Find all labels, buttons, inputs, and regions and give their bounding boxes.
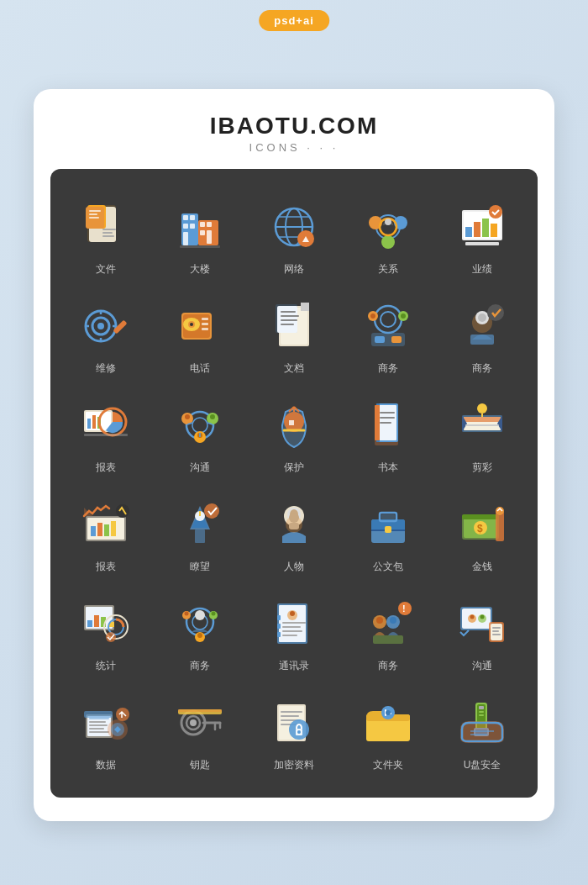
svg-rect-198 <box>89 721 106 723</box>
svg-point-123 <box>116 504 129 518</box>
icon-cell-contacts[interactable]: 通讯录 <box>247 582 341 682</box>
icon-cell-ribbon[interactable]: 剪彩 <box>435 384 529 483</box>
icon-cell-person[interactable]: 人物 <box>247 483 341 582</box>
icon-cell-lookout[interactable]: 瞭望 <box>153 483 247 582</box>
icon-label-data: 数据 <box>96 758 116 772</box>
icon-cell-business4[interactable]: ! 商务 <box>341 582 435 682</box>
svg-rect-231 <box>479 706 484 709</box>
svg-rect-66 <box>301 303 309 311</box>
icon-label-protection: 保护 <box>284 461 304 475</box>
svg-point-54 <box>190 323 193 326</box>
svg-rect-75 <box>391 336 402 343</box>
icon-cell-network[interactable]: 网络 <box>247 186 341 285</box>
svg-point-156 <box>106 632 116 642</box>
icon-cell-phone[interactable]: 电话 <box>153 285 247 384</box>
svg-point-180 <box>390 617 396 624</box>
svg-point-205 <box>116 708 129 721</box>
icon-cell-business3[interactable]: 商务 <box>153 582 247 682</box>
svg-rect-151 <box>94 615 99 627</box>
icon-cell-performance[interactable]: 业绩 <box>435 186 529 285</box>
icon-label-repair: 维修 <box>96 361 116 376</box>
icon-label-business1: 商务 <box>378 361 398 376</box>
svg-point-31 <box>381 235 395 249</box>
svg-rect-134 <box>289 523 299 529</box>
icon-label-book: 书本 <box>378 461 398 475</box>
icon-cell-stats[interactable]: 统计 <box>59 582 153 682</box>
icon-label-stats: 统计 <box>96 659 116 673</box>
svg-point-189 <box>480 615 485 619</box>
icon-cell-book[interactable]: 书本 <box>341 384 435 483</box>
svg-point-165 <box>197 633 202 638</box>
icon-cell-key[interactable]: 钥匙 <box>153 682 247 781</box>
icon-cell-money[interactable]: $ 金钱 <box>435 483 529 582</box>
stats-icon <box>76 594 135 653</box>
svg-text:!: ! <box>402 603 406 614</box>
icon-cell-communication[interactable]: 沟通 <box>153 384 247 483</box>
svg-rect-168 <box>277 615 281 620</box>
svg-point-40 <box>489 205 502 219</box>
icon-cell-briefcase[interactable]: 公文包 <box>341 483 435 582</box>
icons-grid: 文件 大楼 网络 <box>59 186 529 781</box>
svg-rect-65 <box>281 324 294 325</box>
icon-cell-communication2[interactable]: 沟通 <box>435 582 529 682</box>
icon-cell-report2[interactable]: 报表 <box>59 483 153 582</box>
icon-cell-business1[interactable]: 商务 <box>341 285 435 384</box>
icon-label-business3: 商务 <box>190 659 210 673</box>
icon-label-person: 人物 <box>284 560 304 574</box>
data-icon <box>76 693 135 752</box>
svg-rect-197 <box>89 718 109 719</box>
svg-rect-232 <box>479 711 484 713</box>
performance-icon <box>453 198 512 256</box>
svg-rect-113 <box>465 424 499 426</box>
icon-cell-document[interactable]: 文档 <box>247 285 341 384</box>
icon-cell-usb[interactable]: U盘安全 <box>435 682 529 781</box>
svg-rect-87 <box>84 434 128 436</box>
svg-point-114 <box>477 403 487 414</box>
svg-point-70 <box>370 313 375 319</box>
icon-cell-business2[interactable]: 商务 <box>435 285 529 384</box>
icon-label-money: 金钱 <box>472 560 492 574</box>
briefcase-icon <box>359 495 417 554</box>
usb-icon <box>453 693 512 752</box>
icon-cell-file[interactable]: 文件 <box>59 186 153 285</box>
document-icon <box>265 297 323 356</box>
svg-rect-17 <box>200 222 205 227</box>
icon-label-communication: 沟通 <box>190 461 210 475</box>
svg-point-163 <box>212 612 216 616</box>
svg-rect-64 <box>281 319 297 321</box>
svg-rect-36 <box>465 227 472 237</box>
svg-rect-169 <box>277 624 281 629</box>
ribbon-icon <box>453 396 512 455</box>
svg-rect-216 <box>281 711 302 713</box>
icon-cell-report1[interactable]: 报表 <box>59 384 153 483</box>
svg-rect-39 <box>491 224 497 237</box>
svg-rect-176 <box>282 635 297 636</box>
icon-cell-repair[interactable]: 维修 <box>59 285 153 384</box>
icon-cell-relation[interactable]: 关系 <box>341 186 435 285</box>
icon-label-phone: 电话 <box>190 361 210 376</box>
svg-rect-202 <box>84 711 113 718</box>
icon-label-ribbon: 剪彩 <box>472 461 492 475</box>
svg-rect-6 <box>89 217 99 219</box>
icon-cell-data[interactable]: 数据 <box>59 682 153 781</box>
svg-point-93 <box>210 414 215 419</box>
icon-cell-protection[interactable]: 保护 <box>247 384 341 483</box>
svg-point-208 <box>190 719 197 726</box>
icon-cell-folder[interactable]: 文件夹 <box>341 682 435 781</box>
svg-rect-175 <box>282 630 302 632</box>
svg-rect-56 <box>202 323 208 325</box>
svg-point-78 <box>478 313 486 322</box>
icon-label-report2: 报表 <box>96 560 116 574</box>
svg-rect-103 <box>380 412 395 414</box>
card-header: IBAOTU.COM ICONS · · · <box>50 113 538 154</box>
icon-label-building: 大楼 <box>190 262 210 277</box>
icon-label-folder: 文件夹 <box>373 758 403 772</box>
person-icon <box>265 495 323 554</box>
report1-icon <box>76 396 135 455</box>
format-badge: psd+ai <box>259 10 329 31</box>
icon-label-document: 文档 <box>284 361 304 376</box>
subtitle: ICONS · · · <box>50 141 538 154</box>
icon-cell-building[interactable]: 大楼 <box>153 186 247 285</box>
icon-cell-encrypted[interactable]: 加密资料 <box>247 682 341 781</box>
svg-rect-74 <box>375 336 385 343</box>
